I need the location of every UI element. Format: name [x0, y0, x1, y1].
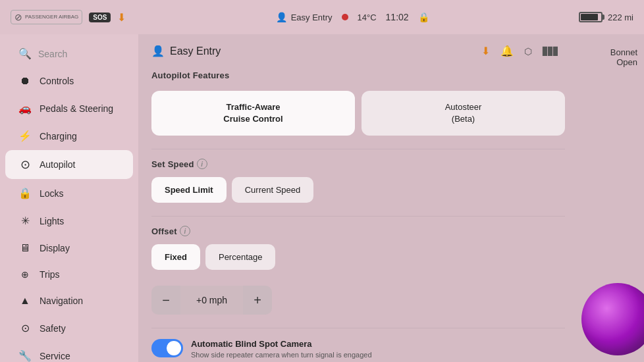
content-area: 👤 Easy Entry ⬇ 🔔 ⬡ ▊▊▊ Autopilot Feature…: [138, 34, 572, 362]
sidebar-item-service[interactable]: 🔧 Service: [5, 342, 133, 362]
charging-icon: ⚡: [18, 130, 32, 142]
sidebar-item-charging[interactable]: ⚡ Charging: [5, 122, 133, 149]
current-speed-button[interactable]: Current Speed: [232, 177, 314, 203]
traffic-aware-button[interactable]: Traffic-AwareCruise Control: [151, 91, 355, 136]
download-icon: ⬇: [117, 11, 126, 24]
trips-icon: ⊕: [18, 269, 32, 280]
blind-spot-toggle[interactable]: [151, 339, 183, 357]
sidebar-item-autopilot[interactable]: ⊙ Autopilot: [5, 150, 133, 179]
bluetooth-icon[interactable]: ⬡: [524, 46, 532, 57]
temperature-display: 14°C: [358, 13, 377, 22]
offset-type-buttons: Fixed Percentage: [145, 239, 572, 280]
offset-label: Offset: [151, 226, 177, 236]
lock-icon: 🔒: [418, 12, 429, 22]
search-icon: 🔍: [18, 47, 32, 60]
fixed-button[interactable]: Fixed: [151, 244, 200, 270]
car-visual: [575, 263, 644, 355]
bonnet-status: Open: [572, 57, 637, 67]
car-area: Bonnet Open: [572, 34, 644, 362]
set-speed-info-icon[interactable]: i: [197, 159, 207, 169]
status-left: ⊘ PASSENGER AIRBAG SOS ⬇: [11, 10, 126, 24]
sidebar-item-search[interactable]: 🔍 Search: [5, 40, 133, 67]
status-bar: ⊘ PASSENGER AIRBAG SOS ⬇ 👤 Easy Entry 14…: [0, 0, 644, 34]
controls-icon: ⏺: [18, 75, 32, 87]
stepper-decrease-button[interactable]: −: [151, 286, 180, 315]
autopilot-icon: ⊙: [18, 157, 32, 172]
divider-2: [151, 216, 565, 217]
stepper-value: +0 mph: [180, 295, 243, 305]
offset-stepper: − +0 mph +: [151, 286, 272, 315]
safety-icon: ⊙: [18, 322, 32, 334]
person-icon: 👤: [151, 45, 165, 57]
header-icons: ⬇ 🔔 ⬡ ▊▊▊: [481, 45, 558, 57]
navigation-icon: ▲: [18, 295, 32, 307]
sidebar-item-controls[interactable]: ⏺ Controls: [5, 68, 133, 94]
status-right: 222 mi: [579, 12, 633, 22]
sidebar-item-navigation[interactable]: ▲ Navigation: [5, 288, 133, 314]
sos-badge: SOS: [89, 13, 111, 22]
download-header-icon[interactable]: ⬇: [481, 45, 490, 57]
divider-3: [151, 328, 565, 328]
pedals-icon: 🚗: [18, 102, 32, 115]
blind-spot-description: Show side repeater camera when turn sign…: [191, 350, 565, 360]
mileage-display: 222 mi: [608, 13, 633, 22]
sidebar-item-safety[interactable]: ⊙ Safety: [5, 315, 133, 342]
status-center: 👤 Easy Entry 14°C 11:02 🔒: [134, 12, 571, 22]
autosteer-button[interactable]: Autosteer(Beta): [362, 91, 565, 136]
lights-icon: ✳: [18, 215, 32, 227]
record-indicator: [342, 14, 348, 20]
main-container: 🔍 Search ⏺ Controls 🚗 Pedals & Steering …: [0, 34, 644, 362]
content-header: 👤 Easy Entry ⬇ 🔔 ⬡ ▊▊▊: [145, 34, 572, 65]
passenger-airbag: ⊘ PASSENGER AIRBAG: [11, 10, 82, 24]
set-speed-buttons: Speed Limit Current Speed: [145, 172, 572, 213]
sidebar-item-display[interactable]: 🖥 Display: [5, 235, 133, 261]
blind-spot-title: Automatic Blind Spot Camera: [191, 339, 565, 349]
sidebar-item-pedals[interactable]: 🚗 Pedals & Steering: [5, 95, 133, 122]
battery-bar: [579, 12, 603, 22]
locks-icon: 🔒: [18, 187, 32, 199]
stepper-row: − +0 mph +: [145, 280, 572, 325]
autopilot-features-label: Autopilot Features: [145, 65, 572, 86]
sidebar: 🔍 Search ⏺ Controls 🚗 Pedals & Steering …: [0, 34, 138, 362]
content-title: 👤 Easy Entry: [151, 45, 221, 57]
divider-1: [151, 149, 565, 149]
set-speed-label: Set Speed: [151, 159, 194, 169]
easy-entry-status: 👤 Easy Entry: [276, 12, 333, 22]
bonnet-label: Bonnet: [572, 47, 637, 57]
stepper-increase-button[interactable]: +: [243, 286, 272, 315]
offset-info-icon[interactable]: i: [180, 226, 190, 236]
percentage-button[interactable]: Percentage: [205, 244, 276, 270]
sidebar-item-lights[interactable]: ✳ Lights: [5, 207, 133, 234]
speed-limit-button[interactable]: Speed Limit: [151, 177, 227, 203]
sidebar-item-locks[interactable]: 🔒 Locks: [5, 180, 133, 207]
blind-spot-toggle-row: Automatic Blind Spot Camera Show side re…: [145, 331, 572, 362]
sidebar-item-trips[interactable]: ⊕ Trips: [5, 262, 133, 287]
autopilot-feature-buttons: Traffic-AwareCruise Control Autosteer(Be…: [145, 86, 572, 146]
bell-icon[interactable]: 🔔: [500, 45, 514, 57]
signal-icon: ▊▊▊: [543, 47, 558, 56]
time-display: 11:02: [386, 12, 409, 22]
blind-spot-text: Automatic Blind Spot Camera Show side re…: [191, 339, 565, 360]
display-icon: 🖥: [18, 242, 32, 254]
service-icon: 🔧: [18, 349, 32, 362]
